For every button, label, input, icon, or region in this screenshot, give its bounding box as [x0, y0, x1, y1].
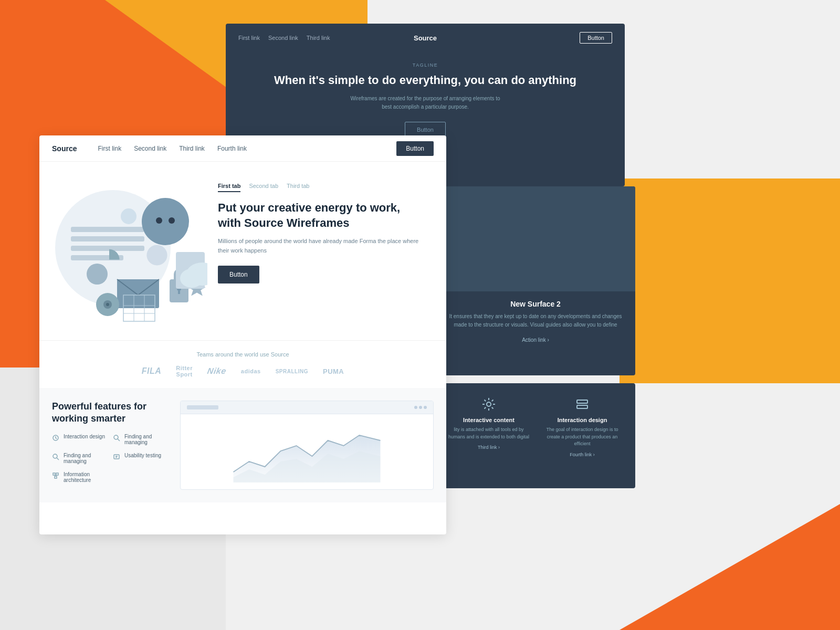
hero-svg: [39, 174, 207, 327]
brand-ritter: RitterSport: [176, 365, 193, 377]
svg-point-30: [106, 303, 109, 306]
bot-item-interactive: Interactive content lity is attached wit…: [446, 396, 531, 476]
svg-rect-1: [577, 400, 587, 403]
svg-rect-36: [114, 455, 119, 459]
dark-nav-link-second[interactable]: Second link: [268, 35, 298, 41]
brands-section: Teams around the world use Source FILA R…: [39, 340, 446, 388]
features-text: Powerful features for working smarter In…: [52, 401, 167, 490]
svg-point-12: [121, 208, 136, 224]
main-nav-links: First link Second link Third link Fourth…: [98, 145, 246, 152]
dark-nav-button[interactable]: Button: [580, 32, 612, 44]
layers-icon: [574, 396, 591, 413]
card-dark-bot: Interactive content lity is attached wit…: [436, 383, 635, 488]
dark-hero-description: Wireframes are created for the purpose o…: [346, 94, 504, 111]
chart-dot-1: [414, 406, 417, 409]
chart-box: [180, 401, 434, 490]
chart-dot-3: [424, 406, 427, 409]
main-hero: First tab Second tab Third tab Put your …: [39, 162, 446, 340]
bot-item-interaction-link[interactable]: Fourth link: [570, 452, 595, 457]
dark-nav-link-first[interactable]: First link: [238, 35, 260, 41]
brand-nike: Nike: [206, 366, 227, 376]
svg-rect-5: [71, 236, 144, 242]
chart-dot-2: [419, 406, 422, 409]
finding-icon-2: [113, 434, 120, 442]
card-main: Source First link Second link Third link…: [39, 135, 446, 534]
hero-button[interactable]: Button: [218, 266, 259, 284]
dark-hero-heading: When it's simple to do everything, you c…: [257, 73, 593, 88]
svg-rect-40: [56, 473, 58, 475]
area-chart-svg: [181, 414, 433, 482]
feature-label-1: Interaction design: [64, 434, 105, 439]
chart-dots: [414, 406, 427, 409]
chart-header: [181, 401, 433, 414]
brand-fila: FILA: [142, 366, 162, 376]
brands-row: FILA RitterSport Nike adidas SPRALLING P…: [52, 365, 434, 377]
main-nav-link-third[interactable]: Third link: [179, 145, 205, 152]
dark-nav-link-third[interactable]: Third link: [307, 35, 330, 41]
bot-item-interaction-title: Interaction design: [558, 417, 607, 423]
feature-item-5: Usability testing: [113, 453, 167, 464]
main-brand: Source: [52, 144, 77, 153]
card-dark-mid-action[interactable]: Action link: [522, 337, 549, 343]
main-nav-button[interactable]: Button: [396, 141, 434, 156]
svg-point-10: [169, 217, 175, 224]
hero-description: Millions of people around the world have…: [218, 237, 425, 255]
svg-point-32: [114, 435, 118, 439]
dark-nav: First link Second link Third link Source…: [226, 24, 625, 52]
interaction-icon: [52, 434, 59, 442]
svg-point-18: [146, 245, 167, 265]
dark-hero-section: TAGLINE When it's simple to do everythin…: [226, 52, 625, 148]
chart-bar-placeholder: [187, 405, 218, 410]
bot-item-interaction: Interaction design The goal of interacti…: [540, 396, 625, 476]
feature-item-4: Finding and managing: [113, 434, 167, 445]
svg-rect-41: [55, 476, 57, 478]
brand-adidas: adidas: [241, 368, 261, 374]
info-arch-icon: [52, 472, 59, 479]
svg-point-9: [156, 217, 162, 224]
main-nav-link-fourth[interactable]: Fourth link: [217, 145, 247, 152]
bot-item-interaction-desc: The goal of interaction design is to cre…: [540, 426, 625, 448]
svg-rect-6: [71, 246, 144, 251]
main-nav-link-second[interactable]: Second link: [134, 145, 166, 152]
svg-point-11: [87, 264, 108, 285]
features-heading: Powerful features for working smarter: [52, 401, 167, 425]
hero-heading: Put your creative energy to work, with S…: [218, 201, 425, 230]
dark-nav-links: First link Second link Third link: [238, 35, 330, 41]
hero-illustration: [39, 174, 218, 340]
main-nav-link-first[interactable]: First link: [98, 145, 121, 152]
svg-line-33: [118, 439, 120, 441]
svg-rect-4: [71, 227, 144, 232]
svg-rect-39: [53, 473, 55, 475]
finding-icon: [52, 453, 59, 460]
bg-yellow-right: [620, 178, 840, 383]
usability-icon: [113, 453, 120, 460]
main-nav: Source First link Second link Third link…: [39, 135, 446, 162]
hero-content: First tab Second tab Third tab Put your …: [218, 174, 434, 340]
svg-line-35: [57, 458, 59, 460]
brands-label: Teams around the world use Source: [52, 351, 434, 358]
dark-brand: Source: [414, 34, 437, 42]
card-dark-mid-title: New Surface 2: [446, 300, 625, 308]
svg-rect-2: [577, 405, 587, 408]
tab-third[interactable]: Third tab: [287, 183, 309, 192]
card-dark-mid-body: New Surface 2 It ensures that they are k…: [436, 291, 635, 352]
brand-spralling: SPRALLING: [276, 369, 308, 374]
tab-first[interactable]: First tab: [218, 183, 240, 192]
svg-point-26: [180, 269, 203, 288]
brand-puma: PUMA: [323, 368, 344, 375]
feature-label-5: Usability testing: [124, 453, 161, 458]
feature-item-2: Finding and managing: [52, 453, 107, 464]
tab-second[interactable]: Second tab: [249, 183, 278, 192]
feature-item-3: Information architecture: [52, 471, 107, 483]
feature-label-3: Information architecture: [64, 471, 107, 483]
card-dark-mid-image: [436, 186, 635, 291]
gear-icon: [480, 396, 497, 413]
feature-item-1: Interaction design: [52, 434, 107, 445]
bot-item-interactive-link[interactable]: Third link: [478, 445, 500, 450]
feature-label-4: Finding and managing: [124, 434, 167, 445]
bg-orange-bottom-right: [620, 504, 840, 630]
hero-tabs: First tab Second tab Third tab: [218, 183, 425, 192]
svg-point-8: [142, 198, 189, 245]
bot-item-interactive-desc: lity is attached with all tools ed by hu…: [446, 426, 531, 440]
dark-hero-tagline: TAGLINE: [257, 62, 593, 68]
